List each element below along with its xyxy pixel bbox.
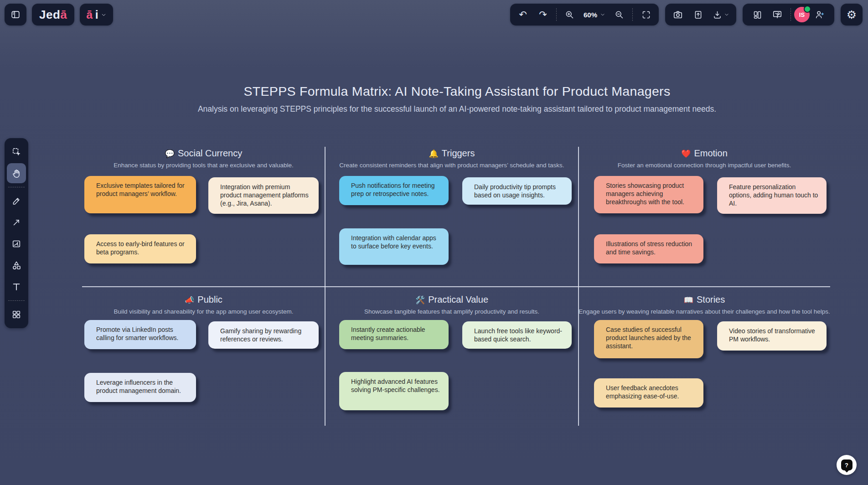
board-title-block: STEPPS Formula Matrix: AI Note-Taking As… xyxy=(82,84,832,114)
section-title: Stories xyxy=(697,294,725,304)
sidebar-toggle-button[interactable] xyxy=(5,4,26,26)
image-icon xyxy=(11,239,21,249)
section-description[interactable]: Engage users by weaving relatable narrat… xyxy=(579,308,830,315)
zoom-in-icon xyxy=(565,10,574,20)
megaphone-icon: 📣 xyxy=(185,296,194,304)
sticky-note[interactable]: Stories showcasing product managers achi… xyxy=(594,176,703,213)
section-description[interactable]: Foster an emotional connection through i… xyxy=(579,162,830,169)
layout-panels-button[interactable] xyxy=(747,4,767,25)
section-header[interactable]: 📣Public xyxy=(82,294,325,305)
section-header[interactable]: 🛠️Practical Value xyxy=(325,294,579,305)
select-tool[interactable] xyxy=(7,142,26,162)
sticky-note[interactable]: Integration with calendar apps to surfac… xyxy=(339,228,449,265)
sticky-note[interactable]: Feature personalization options, adding … xyxy=(717,177,827,214)
ai-text: i xyxy=(95,8,98,21)
section-header[interactable]: ❤️Emotion xyxy=(579,148,830,159)
ai-accent: ā xyxy=(86,8,93,21)
section-title: Triggers xyxy=(442,148,475,158)
sticky-note[interactable]: Daily productivity tip prompts based on … xyxy=(462,177,572,205)
download-icon xyxy=(713,10,722,20)
grid-tool[interactable] xyxy=(7,304,26,325)
chevron-down-icon xyxy=(600,12,605,17)
history-zoom-group: ↶ ↷ 60% xyxy=(510,4,659,26)
help-question-mark: ? xyxy=(845,462,848,469)
sticky-note[interactable]: Access to early-bird features or beta pr… xyxy=(84,234,196,263)
sidebar-toggle-icon xyxy=(10,10,21,20)
section-description[interactable]: Enhance status by providing tools that a… xyxy=(82,162,325,169)
sticky-note[interactable]: Gamify sharing by rewarding references o… xyxy=(208,321,319,349)
sticky-note[interactable]: Case studies of successful product launc… xyxy=(594,320,703,358)
undo-button[interactable]: ↶ xyxy=(513,4,533,25)
toolbar-separator xyxy=(790,8,791,21)
pen-tool[interactable] xyxy=(7,191,26,211)
tools-icon: 🛠️ xyxy=(415,296,425,304)
capture-export-group xyxy=(665,4,736,26)
image-tool[interactable] xyxy=(7,234,26,254)
present-button[interactable] xyxy=(767,4,787,25)
text-icon xyxy=(11,282,21,292)
arrow-icon xyxy=(11,217,21,227)
toolbar-separator xyxy=(632,8,633,21)
board-title[interactable]: STEPPS Formula Matrix: AI Note-Taking As… xyxy=(82,84,832,99)
settings-gear-icon: ⚙ xyxy=(847,9,857,21)
redo-button[interactable]: ↷ xyxy=(533,4,553,25)
help-button[interactable]: ? xyxy=(837,455,857,475)
chevron-down-icon xyxy=(724,12,729,17)
shapes-icon xyxy=(11,260,22,271)
ai-menu-button[interactable]: āi xyxy=(80,4,113,26)
fit-screen-button[interactable] xyxy=(636,4,656,25)
section-header[interactable]: 💬Social Currency xyxy=(82,148,325,159)
section-description[interactable]: Showcase tangible features that amplify … xyxy=(325,308,579,315)
sticky-note[interactable]: Exclusive templates tailored for product… xyxy=(84,176,196,213)
zoom-in-button[interactable] xyxy=(560,4,580,25)
grid-icon xyxy=(11,310,21,320)
online-indicator xyxy=(804,5,811,13)
sticky-note[interactable]: Instantly create actionable meeting summ… xyxy=(339,320,449,349)
zoom-level-value: 60% xyxy=(584,11,597,19)
arrow-tool[interactable] xyxy=(7,212,26,232)
topbar-right: ↶ ↷ 60% xyxy=(510,4,863,26)
help-icon: ? xyxy=(841,459,852,470)
sticky-note[interactable]: Push notifications for meeting prep or r… xyxy=(339,176,449,205)
section-description[interactable]: Create consistent reminders that align w… xyxy=(325,162,579,169)
sticky-note[interactable]: Video stories of transformative PM workf… xyxy=(717,321,827,351)
avatar-initials: IS xyxy=(799,11,805,18)
sticky-note[interactable]: User feedback anecdotes emphasizing ease… xyxy=(594,378,703,408)
avatar[interactable]: IS xyxy=(794,7,810,22)
screenshot-button[interactable] xyxy=(668,4,688,25)
text-tool[interactable] xyxy=(7,277,26,297)
sticky-note[interactable]: Promote via LinkedIn posts calling for s… xyxy=(84,320,196,349)
hand-tool[interactable] xyxy=(7,163,26,183)
sticky-note[interactable]: Leverage influencers in the product mana… xyxy=(84,373,196,402)
section-description[interactable]: Build visibility and shareability for th… xyxy=(82,308,325,315)
zoom-out-button[interactable] xyxy=(609,4,629,25)
shapes-tool[interactable] xyxy=(7,255,26,275)
section-header[interactable]: 🔔Triggers xyxy=(325,148,579,159)
section-header[interactable]: 📖Stories xyxy=(579,294,830,305)
sticky-note[interactable]: Illustrations of stress reduction and ti… xyxy=(594,234,703,263)
export-button[interactable] xyxy=(688,4,708,25)
sticky-note[interactable]: Highlight advanced AI features solving P… xyxy=(339,372,449,410)
section-social-currency: 💬Social Currency Enhance status by provi… xyxy=(82,145,325,290)
zoom-level-dropdown[interactable]: 60% xyxy=(580,11,609,19)
sticky-note[interactable]: Launch free tools like keyword-based qui… xyxy=(462,321,572,349)
settings-button[interactable]: ⚙ xyxy=(841,4,863,26)
topbar-left: Jedā āi xyxy=(5,4,113,26)
tool-separator xyxy=(8,300,25,301)
camera-icon xyxy=(673,10,683,20)
jeda-logo-button[interactable]: Jedā xyxy=(32,4,74,26)
board-subtitle[interactable]: Analysis on leveraging STEPPS principles… xyxy=(82,104,832,114)
section-title: Emotion xyxy=(694,148,727,158)
download-button[interactable] xyxy=(708,4,734,25)
sticky-note[interactable]: Integration with premium product managem… xyxy=(208,177,319,214)
collab-group: IS xyxy=(743,4,834,26)
toolbar-separator xyxy=(556,8,557,21)
zoom-out-icon xyxy=(615,10,624,20)
present-icon xyxy=(772,10,782,20)
open-book-icon: 📖 xyxy=(684,296,693,304)
select-icon xyxy=(11,147,22,157)
add-person-button[interactable] xyxy=(810,4,830,25)
section-title: Public xyxy=(197,294,222,304)
section-title: Social Currency xyxy=(178,148,242,158)
pen-icon xyxy=(11,196,21,206)
